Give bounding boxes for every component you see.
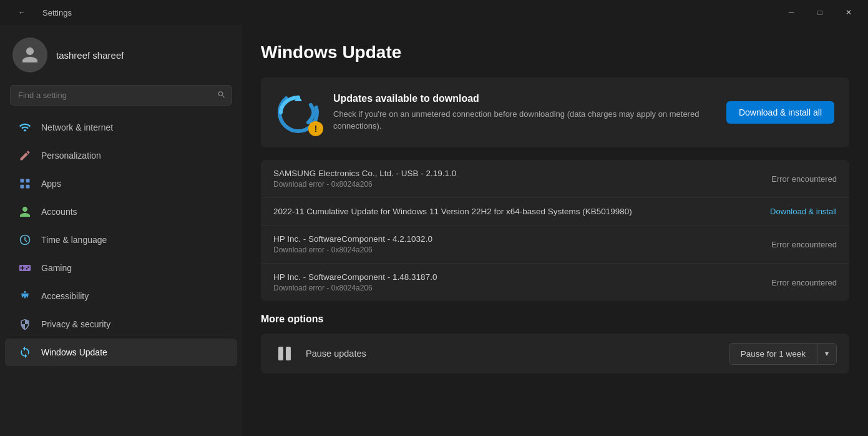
sidebar-item-label-apps: Apps bbox=[41, 179, 61, 189]
svg-point-5 bbox=[24, 291, 26, 293]
pause-button[interactable]: Pause for 1 week bbox=[729, 344, 817, 364]
update-error-2: Error encountered bbox=[771, 240, 837, 249]
sidebar: tashreef shareef Network & internet Pers… bbox=[0, 25, 242, 436]
update-info-1: 2022-11 Cumulative Update for Windows 11… bbox=[273, 207, 632, 216]
minimize-button[interactable]: ─ bbox=[777, 2, 806, 22]
sidebar-item-label-network: Network & internet bbox=[41, 122, 113, 132]
page-title: Windows Update bbox=[261, 42, 849, 62]
update-sub-3: Download error - 0x8024a206 bbox=[273, 284, 437, 292]
username: tashreef shareef bbox=[56, 50, 124, 61]
user-profile: tashreef shareef bbox=[0, 25, 242, 82]
update-sub-2: Download error - 0x8024a206 bbox=[273, 245, 432, 254]
app-title: Settings bbox=[42, 8, 72, 17]
search-icon bbox=[217, 90, 226, 101]
nav-list: Network & internet Personalization Apps … bbox=[0, 113, 242, 367]
sidebar-item-personalization[interactable]: Personalization bbox=[5, 142, 237, 169]
update-row-0: SAMSUNG Electronics Co., Ltd. - USB - 2.… bbox=[261, 160, 849, 198]
network-icon bbox=[17, 120, 32, 135]
pause-label: Pause updates bbox=[306, 349, 366, 359]
app-body: tashreef shareef Network & internet Pers… bbox=[0, 25, 868, 436]
titlebar: ← Settings ─ □ ✕ bbox=[0, 0, 868, 25]
update-name-1: 2022-11 Cumulative Update for Windows 11… bbox=[273, 207, 632, 216]
update-error-0: Error encountered bbox=[771, 174, 837, 184]
sidebar-item-label-gaming: Gaming bbox=[41, 263, 72, 273]
download-install-all-button[interactable]: Download & install all bbox=[726, 101, 834, 124]
svg-rect-3 bbox=[26, 185, 30, 189]
avatar bbox=[12, 37, 47, 72]
download-install-link-1[interactable]: Download & install bbox=[770, 207, 837, 216]
update-row-3: HP Inc. - SoftwareComponent - 1.48.3187.… bbox=[261, 264, 849, 301]
search-input[interactable] bbox=[10, 85, 232, 106]
update-sub-0: Download error - 0x8024a206 bbox=[273, 180, 456, 189]
titlebar-left: ← Settings bbox=[7, 2, 72, 22]
update-list: SAMSUNG Electronics Co., Ltd. - USB - 2.… bbox=[261, 160, 849, 301]
time-icon bbox=[17, 232, 32, 247]
sidebar-item-accounts[interactable]: Accounts bbox=[5, 198, 237, 225]
update-info-3: HP Inc. - SoftwareComponent - 1.48.3187.… bbox=[273, 272, 437, 292]
update-info-2: HP Inc. - SoftwareComponent - 4.2.1032.0… bbox=[273, 234, 432, 254]
svg-rect-2 bbox=[21, 185, 24, 189]
search-box bbox=[10, 85, 232, 106]
accounts-icon bbox=[17, 204, 32, 219]
sidebar-item-accessibility[interactable]: Accessibility bbox=[5, 282, 237, 310]
update-banner-title: Updates available to download bbox=[333, 93, 714, 104]
maximize-button[interactable]: □ bbox=[806, 2, 834, 22]
update-banner-text: Updates available to download Check if y… bbox=[333, 93, 714, 132]
update-banner: ! Updates available to download Check if… bbox=[261, 77, 849, 147]
sidebar-item-label-time: Time & language bbox=[41, 235, 107, 245]
update-info-0: SAMSUNG Electronics Co., Ltd. - USB - 2.… bbox=[273, 169, 456, 189]
sidebar-item-time[interactable]: Time & language bbox=[5, 226, 237, 254]
update-banner-desc: Check if you're on an unmetered connecti… bbox=[333, 108, 714, 132]
update-name-3: HP Inc. - SoftwareComponent - 1.48.3187.… bbox=[273, 272, 437, 282]
more-options-title: More options bbox=[261, 314, 849, 325]
sidebar-item-label-accessibility: Accessibility bbox=[41, 291, 89, 301]
pause-updates-row: Pause updates Pause for 1 week ▾ bbox=[261, 334, 849, 374]
sidebar-item-label-privacy: Privacy & security bbox=[41, 319, 110, 329]
options-panel: Pause updates Pause for 1 week ▾ bbox=[261, 334, 849, 374]
sidebar-item-privacy[interactable]: Privacy & security bbox=[5, 310, 237, 338]
main-content: Windows Update ! Updates available to do… bbox=[242, 25, 868, 436]
update-row-2: HP Inc. - SoftwareComponent - 4.2.1032.0… bbox=[261, 225, 849, 264]
update-name-0: SAMSUNG Electronics Co., Ltd. - USB - 2.… bbox=[273, 169, 456, 178]
sidebar-item-gaming[interactable]: Gaming bbox=[5, 254, 237, 282]
update-row-1: 2022-11 Cumulative Update for Windows 11… bbox=[261, 198, 849, 225]
sidebar-item-apps[interactable]: Apps bbox=[5, 170, 237, 197]
sidebar-item-label-personalization: Personalization bbox=[41, 151, 101, 161]
sidebar-item-label-accounts: Accounts bbox=[41, 207, 77, 217]
window-controls: ─ □ ✕ bbox=[777, 2, 863, 22]
privacy-icon bbox=[17, 317, 32, 332]
pause-icon bbox=[273, 342, 296, 365]
svg-rect-0 bbox=[21, 179, 24, 183]
windows-update-icon bbox=[17, 345, 32, 360]
accessibility-icon bbox=[17, 289, 32, 304]
update-name-2: HP Inc. - SoftwareComponent - 4.2.1032.0 bbox=[273, 234, 432, 244]
close-button[interactable]: ✕ bbox=[834, 2, 863, 22]
personalization-icon bbox=[17, 148, 32, 163]
more-options-section: More options Pause updates Pause for 1 w… bbox=[261, 314, 849, 374]
update-icon-wrap: ! bbox=[276, 90, 321, 135]
apps-icon bbox=[17, 176, 32, 191]
pause-left: Pause updates bbox=[273, 342, 366, 365]
sidebar-item-label-windows-update: Windows Update bbox=[41, 347, 107, 357]
svg-rect-1 bbox=[26, 179, 30, 183]
sidebar-item-windows-update[interactable]: Windows Update bbox=[5, 339, 237, 366]
update-error-3: Error encountered bbox=[771, 278, 837, 287]
pause-btn-wrap: Pause for 1 week ▾ bbox=[729, 343, 837, 365]
sidebar-item-network[interactable]: Network & internet bbox=[5, 114, 237, 141]
gaming-icon bbox=[17, 260, 32, 275]
back-button[interactable]: ← bbox=[7, 2, 36, 22]
warning-badge: ! bbox=[308, 121, 323, 136]
pause-dropdown-arrow[interactable]: ▾ bbox=[817, 344, 836, 364]
